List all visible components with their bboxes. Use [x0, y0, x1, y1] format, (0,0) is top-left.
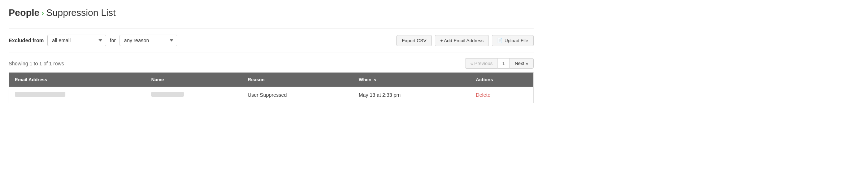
cell-reason: User Suppressed — [242, 87, 353, 103]
previous-button[interactable]: « Previous — [465, 58, 498, 69]
table-header-row: Email Address Name Reason When ∨ Actions — [9, 73, 534, 87]
col-email: Email Address — [9, 73, 146, 87]
cell-email — [9, 87, 146, 103]
table-row: User Suppressed May 13 at 2:33 pm Delete — [9, 87, 534, 103]
delete-link[interactable]: Delete — [476, 92, 490, 98]
cell-actions: Delete — [470, 87, 534, 103]
pagination: « Previous 1 Next » — [465, 58, 534, 69]
filter-left: Excluded from all email transactional em… — [9, 35, 177, 46]
excluded-from-label: Excluded from — [9, 38, 44, 43]
next-button[interactable]: Next » — [509, 58, 534, 69]
col-actions: Actions — [470, 73, 534, 87]
add-email-label: + Add Email Address — [440, 38, 483, 43]
col-reason: Reason — [242, 73, 353, 87]
col-when[interactable]: When ∨ — [353, 73, 470, 87]
suppression-table: Email Address Name Reason When ∨ Actions… — [9, 72, 534, 103]
page-wrapper: People › Suppression List Excluded from … — [0, 0, 542, 110]
name-redacted — [151, 92, 184, 97]
upload-file-label: Upload File — [504, 38, 528, 43]
upload-icon: 📄 — [497, 38, 503, 43]
filter-bar: Excluded from all email transactional em… — [9, 29, 534, 52]
export-csv-label: Export CSV — [402, 38, 426, 43]
breadcrumb-separator: › — [42, 9, 44, 17]
col-name: Name — [146, 73, 242, 87]
sort-icon: ∨ — [374, 78, 377, 82]
breadcrumb-people[interactable]: People — [9, 7, 39, 18]
upload-file-button[interactable]: 📄 Upload File — [492, 35, 534, 46]
email-redacted — [15, 92, 65, 97]
excluded-from-select[interactable]: all email transactional email marketing … — [47, 35, 106, 46]
breadcrumb: People › Suppression List — [9, 7, 534, 18]
for-label: for — [110, 38, 116, 43]
reason-select[interactable]: any reason user suppressed bounced unsub… — [120, 35, 177, 46]
cell-name — [146, 87, 242, 103]
table-header: Email Address Name Reason When ∨ Actions — [9, 73, 534, 87]
showing-info: Showing 1 to 1 of 1 rows « Previous 1 Ne… — [9, 58, 534, 69]
add-email-button[interactable]: + Add Email Address — [435, 35, 489, 46]
showing-text: Showing 1 to 1 of 1 rows — [9, 61, 64, 66]
cell-when: May 13 at 2:33 pm — [353, 87, 470, 103]
filter-right: Export CSV + Add Email Address 📄 Upload … — [396, 35, 534, 46]
current-page: 1 — [498, 58, 509, 69]
table-body: User Suppressed May 13 at 2:33 pm Delete — [9, 87, 534, 103]
breadcrumb-current: Suppression List — [46, 7, 116, 18]
export-csv-button[interactable]: Export CSV — [396, 35, 432, 46]
